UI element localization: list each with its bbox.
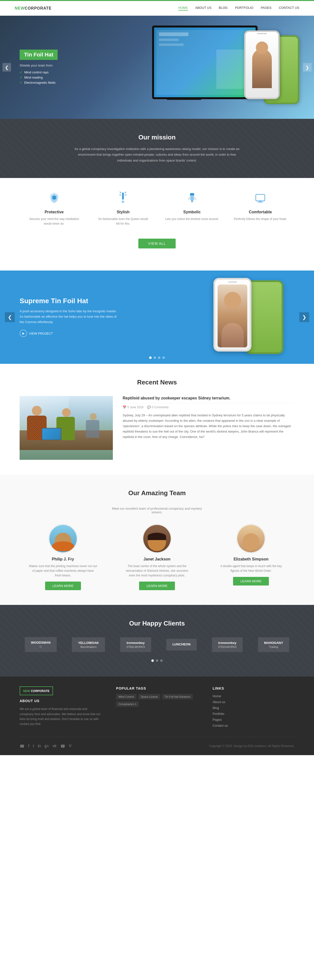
dot-1[interactable] xyxy=(149,356,152,359)
svg-line-4 xyxy=(125,192,126,193)
footer-social: ☎ f t in g+ vk ☎ V xyxy=(20,744,71,748)
janet-learn-more[interactable]: Learn More xyxy=(139,582,175,590)
slider-dots xyxy=(149,356,165,359)
footer-tags-col: POPULAR TAGS Mind Control Space Lizards … xyxy=(116,686,198,729)
stylish-title: Stylish xyxy=(96,210,150,214)
footer-links-title: LINKS xyxy=(213,686,294,690)
team-subtitle: Meet our excellent team of professional … xyxy=(108,507,206,514)
dot-3[interactable] xyxy=(158,356,160,359)
feature-protective: Protective Secures your mind the way med… xyxy=(27,190,81,226)
elizabeth-learn-more[interactable]: Learn More xyxy=(233,577,269,585)
view-project-label: VIEW PROJECT xyxy=(29,332,53,335)
janet-avatar xyxy=(142,524,172,553)
google-plus-icon[interactable]: g+ xyxy=(44,744,49,748)
tag-3[interactable]: Conspiracies 1 xyxy=(116,702,139,707)
elizabeth-name: Elizabeth Simpson xyxy=(217,557,285,562)
footer-links-col: LINKS Home About us Blog Portfolio Pages… xyxy=(213,686,294,729)
footer-link-about[interactable]: About us xyxy=(213,700,225,704)
nav-pages[interactable]: PAGES xyxy=(261,6,271,11)
tag-0[interactable]: Mind Control xyxy=(116,694,136,699)
janet-name: Janet Jackson xyxy=(123,557,191,562)
footer-link-home[interactable]: Home xyxy=(213,694,221,698)
footer: NEW CORPORATE ABOUT US We are a global t… xyxy=(0,676,314,755)
elizabeth-bio: A double agent that keeps in touch with … xyxy=(217,564,285,573)
nav-home[interactable]: HOME xyxy=(178,6,188,11)
footer-link-contact[interactable]: Contact us xyxy=(213,724,228,727)
client-logos: WOODSMAN ⬡ YELLOWOAK Barrelmakers Ironmo… xyxy=(20,637,294,652)
philip-learn-more[interactable]: Learn More xyxy=(45,582,81,590)
hero-section: ❮ Tin Foil Hat Shields your brain from: … xyxy=(0,16,314,119)
nav-blog[interactable]: BLOG xyxy=(219,6,228,11)
feature-stylish: Stylish So fashionable even the Queen wo… xyxy=(96,190,150,226)
client-dot-1[interactable] xyxy=(151,659,154,662)
instagram-icon[interactable]: ☎ xyxy=(60,744,65,748)
project-next-button[interactable]: ❯ xyxy=(299,312,309,322)
client-dot-3[interactable] xyxy=(160,659,163,662)
vk-icon[interactable]: vk xyxy=(53,744,57,748)
footer-link-pages[interactable]: Pages xyxy=(213,718,222,722)
footer-logo[interactable]: NEW CORPORATE xyxy=(20,686,53,695)
hero-next-arrow[interactable]: ❯ xyxy=(303,63,312,72)
stylish-icon xyxy=(116,190,130,205)
news-grid: Reptiloid abused by zookeeper escapes Si… xyxy=(20,396,294,460)
svg-rect-10 xyxy=(256,194,265,201)
news-section-title: Recent News xyxy=(20,379,294,386)
svg-rect-1 xyxy=(122,192,124,200)
svg-line-6 xyxy=(125,195,127,196)
client-dot-2[interactable] xyxy=(156,659,158,662)
client-dots xyxy=(20,659,294,662)
comfortable-desc: Perfectly follows the shape of your head… xyxy=(234,217,287,221)
dot-2[interactable] xyxy=(154,356,156,359)
client-luncheon: LUNCHEON xyxy=(167,639,197,651)
client-yellowoak: YELLOWOAK Barrelmakers xyxy=(72,637,105,652)
twitter-icon[interactable]: t xyxy=(33,744,34,748)
logo[interactable]: NEWCORPORATE xyxy=(15,6,52,11)
footer-about-text: We are a global team of financial and co… xyxy=(20,706,101,727)
view-all-button[interactable]: View All xyxy=(138,239,176,248)
hero-list-item: Electromagnetic fields xyxy=(20,80,58,85)
tag-2[interactable]: Tin Foil Hat Solutions xyxy=(162,694,193,699)
footer-link-blog[interactable]: Blog xyxy=(213,706,219,710)
svg-line-3 xyxy=(120,192,121,193)
footer-about: NEW CORPORATE ABOUT US We are a global t… xyxy=(20,686,101,729)
mission-section: Our mission As a global conspiracy inves… xyxy=(0,119,314,178)
project-prev-button[interactable]: ❮ xyxy=(5,312,15,322)
client-ironmonkey1: Ironmonkey STEELWORKS xyxy=(120,637,151,652)
vimeo-icon[interactable]: V xyxy=(69,744,71,748)
view-project-circle: ▶ xyxy=(20,330,27,337)
svg-rect-7 xyxy=(190,196,193,200)
features-section: Protective Secures your mind the way med… xyxy=(0,178,314,270)
footer-logo-corp: CORPORATE xyxy=(31,689,49,693)
nav-contact[interactable]: CONTACT US xyxy=(279,6,299,11)
hero-badge: Tin Foil Hat xyxy=(20,49,58,60)
protective-title: Protective xyxy=(27,210,81,214)
mission-title: Our mission xyxy=(49,134,265,141)
logo-corporate: CORPORATE xyxy=(25,6,52,10)
news-comments: 💬 0 Comments xyxy=(147,406,168,409)
tag-1[interactable]: Space Lizards xyxy=(138,694,160,699)
nav-portfolio[interactable]: PORTFOLIO xyxy=(235,6,254,11)
facebook-icon[interactable]: f xyxy=(28,744,29,748)
elizabeth-avatar xyxy=(236,524,266,553)
svg-line-5 xyxy=(119,195,121,196)
hero-text: Tin Foil Hat Shields your brain from: Mi… xyxy=(20,49,58,85)
dot-4[interactable] xyxy=(162,356,165,359)
stylish-desc: So fashionable even the Queen would kill… xyxy=(96,217,150,226)
header: NEWCORPORATE HOME ABOUT US BLOG PORTFOLI… xyxy=(0,1,314,16)
footer-link-portfolio[interactable]: Portfolio xyxy=(213,712,224,716)
rss-icon[interactable]: ☎ xyxy=(20,744,25,748)
hero-list: Mind control rays Mind reading Electroma… xyxy=(20,70,58,85)
svg-point-2 xyxy=(122,200,124,203)
linkedin-icon[interactable]: in xyxy=(38,744,41,748)
clients-title: Our Happy Clients xyxy=(20,620,294,627)
footer-links: Home About us Blog Portfolio Pages Conta… xyxy=(213,694,294,727)
hero-prev-arrow[interactable]: ❮ xyxy=(2,63,11,72)
view-project-link[interactable]: ▶ VIEW PROJECT xyxy=(20,330,118,337)
feature-comfortable: Comfortable Perfectly follows the shape … xyxy=(234,190,287,226)
nav-about[interactable]: ABOUT US xyxy=(195,6,211,11)
footer-tags: Mind Control Space Lizards Tin Foil Hat … xyxy=(116,694,198,707)
svg-rect-8 xyxy=(190,193,194,196)
symbolic-desc: Lets you notice the kindred souls around… xyxy=(165,217,219,221)
client-mahogany: MAHOGANY Trading xyxy=(258,637,289,652)
hero-subtitle: Shields your brain from: xyxy=(20,64,58,67)
